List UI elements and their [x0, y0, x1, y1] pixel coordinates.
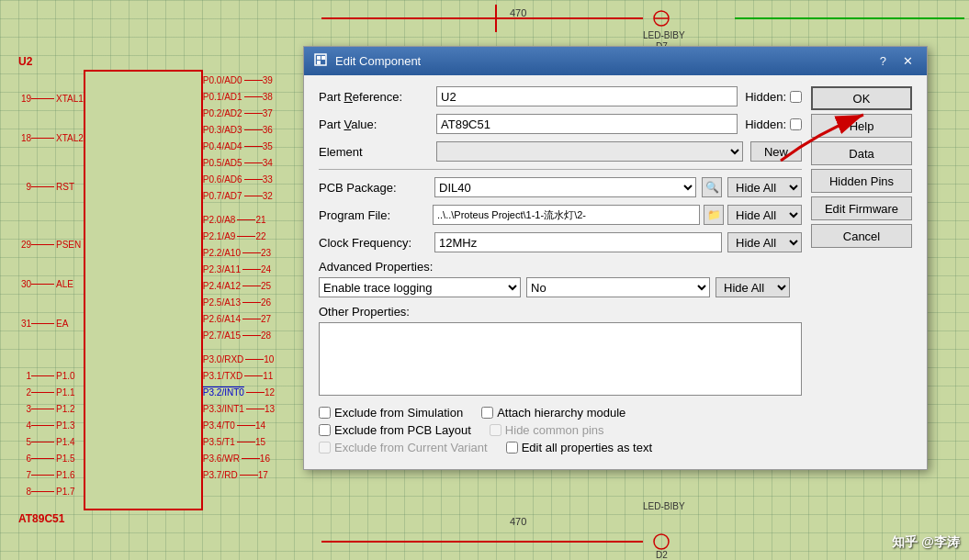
ic-label-bottom: AT89C51 [18, 512, 277, 525]
dialog-button-column: OK Help Data Hidden Pins Edit Firmware C… [811, 86, 912, 458]
other-properties-textarea[interactable] [319, 322, 802, 396]
program-file-browse-btn[interactable]: 📁 [704, 205, 724, 225]
element-row: Element New [319, 141, 802, 162]
checkbox-row-3: Exclude from Current Variant Edit all pr… [319, 441, 802, 454]
part-value-input[interactable] [436, 114, 738, 134]
svg-rect-17 [317, 61, 321, 64]
program-file-label: Program File: [319, 208, 429, 222]
element-label: Element [319, 145, 429, 159]
edit-all-props-label: Edit all properties as text [522, 441, 652, 454]
help-button[interactable]: Help [811, 114, 912, 138]
pcb-package-label: PCB Package: [319, 181, 429, 195]
pcb-package-select[interactable]: DIL40 [434, 177, 696, 197]
exclude-variant-checkbox-item: Exclude from Current Variant [319, 441, 488, 454]
advanced-label: Advanced Properties: [319, 260, 802, 274]
program-file-input[interactable] [433, 205, 700, 225]
ic-label-top: U2 [18, 55, 277, 68]
exclude-simulation-checkbox[interactable] [319, 407, 331, 419]
hide-common-pins-checkbox-item: Hide common pins [490, 423, 604, 437]
advanced-property-select[interactable]: Enable trace logging [319, 277, 521, 297]
right-pins: P0.0/AD039 P0.1/AD138 P0.2/AD237 P0.3/AD… [203, 70, 277, 510]
clock-frequency-hide-select[interactable]: Hide All Show All [727, 232, 802, 252]
exclude-simulation-label: Exclude from Simulation [334, 406, 463, 420]
ok-button[interactable]: OK [811, 86, 912, 110]
part-reference-hidden-checkbox[interactable] [790, 91, 802, 103]
exclude-variant-checkbox [319, 442, 331, 454]
pcb-package-row: PCB Package: DIL40 🔍 Hide All Show All [319, 177, 802, 197]
part-reference-input[interactable] [436, 86, 738, 106]
clock-frequency-row: Clock Frequency: Hide All Show All [319, 232, 802, 252]
part-reference-hidden-label: Hidden: [745, 90, 786, 104]
edit-component-dialog: Edit Component ? ✕ Part Reference: Hidde… [303, 46, 928, 470]
clock-frequency-label: Clock Frequency: [319, 236, 429, 250]
pcb-package-browse-btn[interactable]: 🔍 [702, 177, 722, 197]
data-button[interactable]: Data [811, 141, 912, 165]
pcb-package-hide-select[interactable]: Hide All Show All [727, 177, 802, 197]
hidden-pins-button[interactable]: Hidden Pins [811, 169, 912, 193]
edit-firmware-button[interactable]: Edit Firmware [811, 196, 912, 220]
checkbox-row-1: Exclude from Simulation Attach hierarchy… [319, 406, 802, 420]
program-file-hide-select[interactable]: Hide All Show All [727, 205, 802, 225]
advanced-hide-select[interactable]: Hide All Show All [715, 277, 790, 297]
element-select[interactable] [436, 141, 743, 162]
advanced-value-select[interactable]: No Yes [526, 277, 710, 297]
edit-all-props-checkbox[interactable] [506, 442, 518, 454]
attach-hierarchy-checkbox[interactable] [481, 407, 493, 419]
element-new-btn[interactable]: New [750, 141, 802, 162]
advanced-row: Enable trace logging No Yes Hide All Sho… [319, 277, 802, 297]
exclude-pcb-checkbox[interactable] [319, 424, 331, 436]
checkbox-row-2: Exclude from PCB Layout Hide common pins [319, 423, 802, 437]
svg-rect-15 [317, 56, 321, 60]
dialog-title: Edit Component [335, 54, 868, 68]
dialog-help-btn[interactable]: ? [875, 55, 891, 67]
hide-common-pins-checkbox [490, 424, 501, 436]
hide-common-pins-label: Hide common pins [505, 423, 604, 437]
edit-all-props-checkbox-item[interactable]: Edit all properties as text [506, 441, 652, 454]
part-value-row: Part Value: Hidden: [319, 114, 802, 134]
dialog-titlebar: Edit Component ? ✕ [304, 47, 927, 75]
cancel-button[interactable]: Cancel [811, 224, 912, 248]
separator-1 [319, 169, 802, 170]
dialog-title-icon [313, 52, 328, 70]
ic-box [84, 70, 203, 510]
clock-frequency-input[interactable] [434, 232, 722, 252]
attach-hierarchy-label: Attach hierarchy module [497, 406, 625, 420]
part-reference-label: Part Reference: [319, 90, 429, 104]
exclude-variant-label: Exclude from Current Variant [334, 441, 488, 454]
left-pins: 19 XTAL1 18 XTAL2 9 RST 29 PSEN 30 [18, 70, 84, 510]
part-value-hidden-checkbox[interactable] [790, 118, 802, 130]
attach-hierarchy-checkbox-item[interactable]: Attach hierarchy module [481, 406, 625, 420]
exclude-simulation-checkbox-item[interactable]: Exclude from Simulation [319, 406, 463, 420]
other-label: Other Properties: [319, 305, 802, 319]
advanced-properties-section: Advanced Properties: Enable trace loggin… [319, 260, 802, 297]
other-properties-section: Other Properties: [319, 305, 802, 398]
program-file-row: Program File: 📁 Hide All Show All [319, 205, 802, 225]
part-value-hidden-group: Hidden: [745, 118, 802, 131]
part-value-label: Part Value: [319, 118, 429, 131]
part-reference-hidden-group: Hidden: [745, 90, 802, 104]
dialog-close-btn[interactable]: ✕ [898, 55, 918, 67]
part-reference-row: Part Reference: Hidden: [319, 86, 802, 106]
exclude-pcb-checkbox-item[interactable]: Exclude from PCB Layout [319, 423, 471, 437]
dialog-fields: Part Reference: Hidden: Part Value: Hidd… [319, 86, 802, 458]
part-value-hidden-label: Hidden: [745, 118, 786, 131]
svg-rect-16 [321, 56, 325, 60]
ic-component: U2 19 XTAL1 18 XTAL2 9 RST 29 PSEN [18, 55, 277, 525]
exclude-pcb-label: Exclude from PCB Layout [334, 423, 471, 437]
dialog-body: Part Reference: Hidden: Part Value: Hidd… [304, 75, 927, 469]
watermark: 知乎 @李涛 [892, 534, 960, 551]
